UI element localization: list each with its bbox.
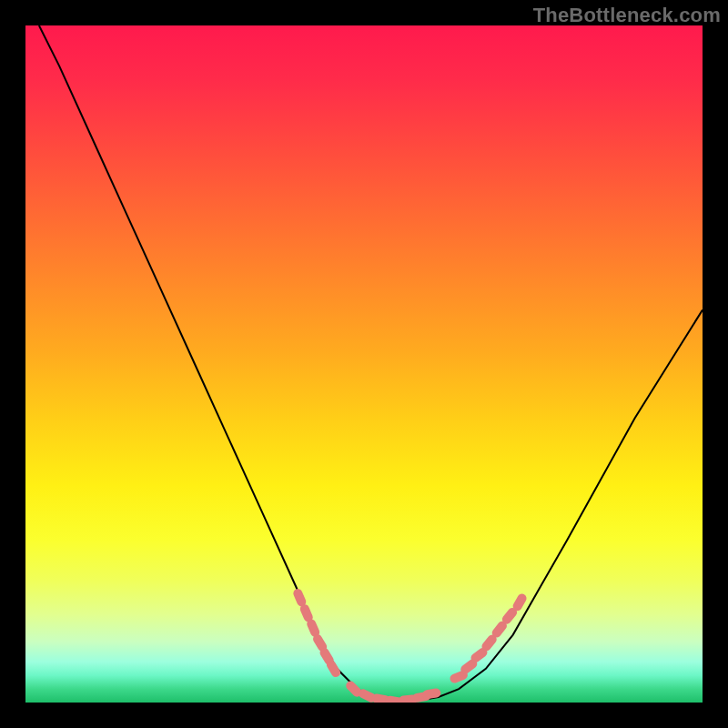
curve-markers bbox=[292, 588, 529, 703]
chart-container: TheBottleneck.com bbox=[0, 0, 728, 728]
bottleneck-curve bbox=[39, 25, 703, 703]
plot-area bbox=[25, 25, 703, 703]
attribution-label: TheBottleneck.com bbox=[533, 4, 721, 27]
curve-layer bbox=[25, 25, 703, 703]
